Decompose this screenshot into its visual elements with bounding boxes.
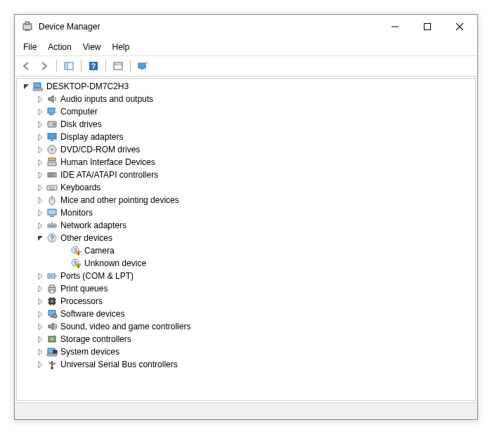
tree-node-cat-6[interactable]: IDE ATA/ATAPI controllers <box>20 169 475 181</box>
tree-node-cat-16[interactable]: Sound, video and game controllers <box>20 320 475 333</box>
tree-node-cat-8[interactable]: Mice and other pointing devices <box>20 194 475 206</box>
expander-icon[interactable] <box>35 170 45 180</box>
maximize-button[interactable] <box>411 16 444 37</box>
tree-node-label: Other devices <box>60 233 112 243</box>
tree-node-label: Human Interface Devices <box>60 157 155 167</box>
minimize-button[interactable] <box>379 16 411 37</box>
svg-rect-46 <box>53 225 55 227</box>
tree-node-cat-17[interactable]: Storage controllers <box>20 333 475 345</box>
tree-node-label: Camera <box>84 246 115 256</box>
svg-rect-41 <box>48 209 56 215</box>
tree-node-cat-15[interactable]: Software devices <box>20 308 475 320</box>
tree-node-cat-19[interactable]: Universal Serial Bus controllers <box>20 358 475 371</box>
keyboard-icon <box>46 182 58 193</box>
close-button[interactable] <box>444 16 476 37</box>
expander-icon[interactable] <box>35 334 45 344</box>
tree-node-cat-14[interactable]: Processors <box>20 295 475 308</box>
svg-rect-44 <box>49 225 51 227</box>
tree-node-cat-3[interactable]: Display adapters <box>20 131 475 143</box>
tree-node-cat-11-child-1[interactable]: ?!Unknown device <box>20 257 475 270</box>
expander-icon[interactable] <box>35 107 45 117</box>
speaker-icon <box>46 93 58 105</box>
svg-rect-45 <box>51 225 53 227</box>
expander-icon[interactable] <box>35 157 45 167</box>
menu-file[interactable]: File <box>18 40 42 54</box>
hid-icon <box>46 157 58 168</box>
expander-icon[interactable] <box>35 145 45 154</box>
expander-icon[interactable] <box>35 284 45 294</box>
port-icon <box>46 270 58 282</box>
svg-rect-16 <box>141 68 143 70</box>
computer-icon <box>46 106 58 117</box>
device-manager-window: Device Manager File Action View Help ? D… <box>14 14 478 420</box>
tree-node-cat-11[interactable]: ?Other devices <box>20 232 475 244</box>
svg-rect-38 <box>49 189 55 190</box>
tree-node-cat-18[interactable]: System devices <box>20 345 475 358</box>
svg-point-26 <box>51 149 53 151</box>
tree-node-label: Keyboards <box>60 183 101 192</box>
expander-icon[interactable] <box>21 81 31 91</box>
expander-icon[interactable] <box>35 220 45 230</box>
tree-node-cat-10[interactable]: Network adapters <box>20 219 475 232</box>
app-icon <box>22 21 33 32</box>
svg-rect-1 <box>25 22 30 25</box>
expander-none <box>59 246 69 256</box>
monitor-icon <box>46 207 58 218</box>
svg-point-77 <box>51 338 53 341</box>
help-button[interactable]: ? <box>85 58 102 74</box>
expander-icon[interactable] <box>35 233 45 243</box>
svg-rect-62 <box>50 290 54 293</box>
tree-node-cat-7[interactable]: Keyboards <box>20 181 475 194</box>
scan-hardware-button[interactable] <box>134 58 151 74</box>
back-button[interactable] <box>18 58 34 74</box>
menubar: File Action View Help <box>15 39 477 56</box>
dvd-icon <box>46 144 58 155</box>
warning-icon: ?! <box>70 245 82 256</box>
tree-node-label: System devices <box>60 347 119 357</box>
menu-view[interactable]: View <box>77 40 107 54</box>
tree-node-cat-9[interactable]: Monitors <box>20 206 475 219</box>
tree-node-label: IDE ATA/ATAPI controllers <box>60 170 158 180</box>
svg-rect-80 <box>53 350 57 353</box>
expander-icon[interactable] <box>35 94 45 104</box>
tree-node-cat-0[interactable]: Audio inputs and outputs <box>20 93 475 105</box>
tree-node-cat-13[interactable]: Print queues <box>20 282 475 295</box>
tree-node-root[interactable]: DESKTOP-DM7C2H3 <box>20 80 475 93</box>
toolbar-separator <box>81 60 82 72</box>
properties-button[interactable] <box>110 58 127 74</box>
menu-action[interactable]: Action <box>42 40 77 54</box>
show-hide-tree-button[interactable] <box>60 58 77 74</box>
expander-icon[interactable] <box>35 183 45 192</box>
tree-node-cat-4[interactable]: DVD/CD-ROM drives <box>20 143 475 156</box>
svg-rect-20 <box>49 114 53 115</box>
expander-icon[interactable] <box>35 119 45 129</box>
forward-button[interactable] <box>36 58 53 74</box>
tree-node-cat-1[interactable]: Computer <box>20 105 475 118</box>
tree-node-label: Disk drives <box>60 119 102 129</box>
svg-rect-23 <box>48 133 56 139</box>
tree-node-cat-12[interactable]: Ports (COM & LPT) <box>20 270 475 282</box>
expander-icon[interactable] <box>35 296 45 306</box>
device-tree: DESKTOP-DM7C2H3Audio inputs and outputsC… <box>17 79 475 371</box>
svg-rect-37 <box>53 187 54 188</box>
expander-icon[interactable] <box>35 208 45 218</box>
expander-icon[interactable] <box>35 322 45 331</box>
svg-rect-36 <box>51 187 52 188</box>
expander-icon[interactable] <box>35 347 45 357</box>
menu-help[interactable]: Help <box>107 40 136 54</box>
device-tree-area[interactable]: DESKTOP-DM7C2H3Audio inputs and outputsC… <box>16 78 476 401</box>
svg-rect-19 <box>48 108 55 113</box>
tree-node-label: Network adapters <box>60 220 127 230</box>
expander-icon[interactable] <box>35 132 45 142</box>
tree-node-label: Software devices <box>60 309 124 319</box>
tree-node-cat-11-child-0[interactable]: ?!Camera <box>20 244 475 257</box>
tree-node-cat-5[interactable]: Human Interface Devices <box>20 156 475 169</box>
tree-node-cat-2[interactable]: Disk drives <box>20 118 475 131</box>
unknown-icon: ? <box>46 232 58 244</box>
expander-icon[interactable] <box>35 271 45 281</box>
expander-icon[interactable] <box>35 360 45 369</box>
svg-rect-14 <box>115 63 122 65</box>
expander-icon[interactable] <box>35 309 45 319</box>
tree-node-label: Monitors <box>60 208 93 218</box>
expander-icon[interactable] <box>35 195 45 205</box>
